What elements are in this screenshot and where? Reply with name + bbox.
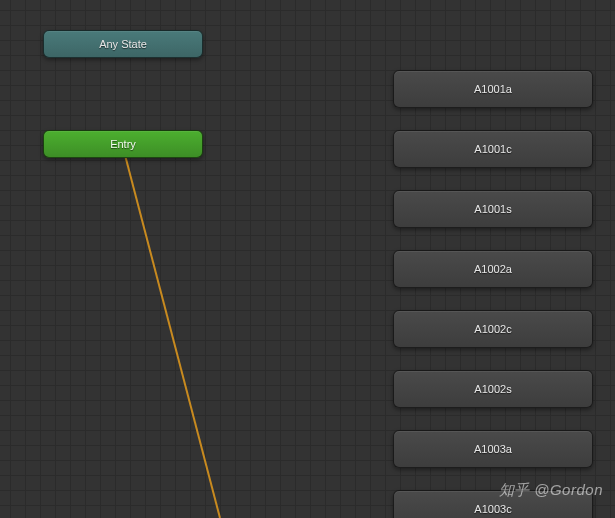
state-node-label: A1002a	[474, 263, 512, 275]
any-state-node[interactable]: Any State	[43, 30, 203, 58]
state-node[interactable]: A1002s	[393, 370, 593, 408]
any-state-label: Any State	[99, 38, 147, 50]
state-node[interactable]: A1001c	[393, 130, 593, 168]
state-node[interactable]: A1003c	[393, 490, 593, 518]
state-node[interactable]: A1002c	[393, 310, 593, 348]
state-node-label: A1002c	[474, 323, 511, 335]
state-node-label: A1001a	[474, 83, 512, 95]
state-node-label: A1003a	[474, 443, 512, 455]
entry-node[interactable]: Entry	[43, 130, 203, 158]
state-node-label: A1001s	[474, 203, 511, 215]
state-node-label: A1002s	[474, 383, 511, 395]
state-node[interactable]: A1003a	[393, 430, 593, 468]
state-node[interactable]: A1001a	[393, 70, 593, 108]
entry-label: Entry	[110, 138, 136, 150]
state-node-label: A1003c	[474, 503, 511, 515]
state-node[interactable]: A1001s	[393, 190, 593, 228]
state-node-label: A1001c	[474, 143, 511, 155]
state-node[interactable]: A1002a	[393, 250, 593, 288]
